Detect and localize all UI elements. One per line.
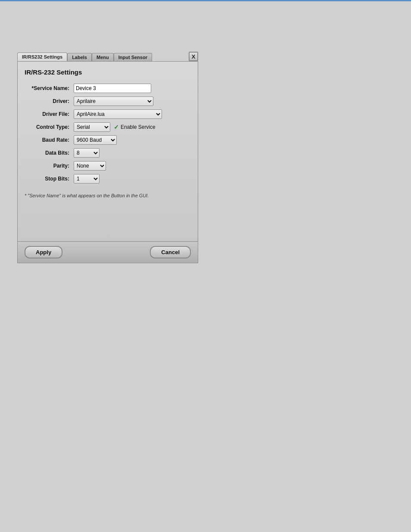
panel-title: IR/RS-232 Settings	[25, 68, 191, 76]
data-bits-row: Data Bits: 8 7 6 5	[25, 146, 191, 159]
stop-bits-select[interactable]: 1 2	[74, 174, 100, 184]
service-name-input[interactable]	[74, 84, 151, 93]
footnote: * "Service Name" is what appears on the …	[25, 193, 191, 198]
driver-file-select[interactable]: AprilAire.lua	[74, 109, 162, 119]
control-type-select[interactable]: Serial	[74, 122, 110, 132]
driver-file-row: Driver File: AprilAire.lua	[25, 108, 191, 121]
data-bits-value-cell: 8 7 6 5	[72, 146, 191, 159]
settings-form: *Service Name: Driver: Aprilaire Driver …	[25, 82, 191, 185]
driver-row: Driver: Aprilaire	[25, 95, 191, 108]
panel-spacer	[25, 198, 191, 233]
control-type-label: Control Type:	[25, 121, 72, 134]
driver-value-cell: Aprilaire	[72, 95, 191, 108]
service-name-row: *Service Name:	[25, 82, 191, 95]
baud-rate-row: Baud Rate: 9600 Baud 19200 Baud 38400 Ba…	[25, 134, 191, 146]
stop-bits-row: Stop Bits: 1 2	[25, 172, 191, 185]
parity-label: Parity:	[25, 159, 72, 172]
tab-bar: IR/RS232 Settings Labels Menu Input Sens…	[17, 52, 198, 61]
parity-value-cell: None Even Odd	[72, 159, 191, 172]
service-name-value-cell	[72, 82, 191, 95]
tab-menu[interactable]: Menu	[92, 53, 114, 61]
tab-irrs232[interactable]: IR/RS232 Settings	[17, 53, 67, 61]
baud-rate-label: Baud Rate:	[25, 134, 72, 146]
baud-rate-value-cell: 9600 Baud 19200 Baud 38400 Baud 57600 Ba…	[72, 134, 191, 146]
tab-inputsensor[interactable]: Input Sensor	[114, 53, 152, 61]
stop-bits-label: Stop Bits:	[25, 172, 72, 185]
data-bits-select[interactable]: 8 7 6 5	[74, 148, 100, 158]
enable-service-label[interactable]: Enable Service	[121, 124, 156, 130]
enable-service-area: ✓ Enable Service	[114, 124, 156, 131]
cancel-button[interactable]: Cancel	[150, 246, 191, 258]
service-name-label: *Service Name:	[25, 82, 72, 95]
parity-row: Parity: None Even Odd	[25, 159, 191, 172]
settings-panel: IR/RS-232 Settings *Service Name: Driver…	[17, 61, 198, 242]
driver-file-label: Driver File:	[25, 108, 72, 121]
stop-bits-value-cell: 1 2	[72, 172, 191, 185]
baud-rate-select[interactable]: 9600 Baud 19200 Baud 38400 Baud 57600 Ba…	[74, 135, 117, 145]
parity-select[interactable]: None Even Odd	[74, 161, 106, 171]
dialog-wrapper: IR/RS232 Settings Labels Menu Input Sens…	[17, 52, 198, 263]
data-bits-label: Data Bits:	[25, 146, 72, 159]
apply-button[interactable]: Apply	[25, 246, 62, 258]
driver-select[interactable]: Aprilaire	[74, 96, 153, 106]
driver-file-value-cell: AprilAire.lua	[72, 108, 191, 121]
driver-label: Driver:	[25, 95, 72, 108]
enable-service-checkmark: ✓	[114, 124, 119, 131]
control-type-value-cell: Serial ✓ Enable Service	[72, 121, 191, 134]
button-bar: Apply Cancel	[17, 242, 198, 263]
tab-labels[interactable]: Labels	[67, 53, 92, 61]
top-accent-line	[0, 0, 411, 1]
control-type-row: Control Type: Serial ✓ Enable Service	[25, 121, 191, 134]
close-button[interactable]: X	[189, 52, 198, 61]
